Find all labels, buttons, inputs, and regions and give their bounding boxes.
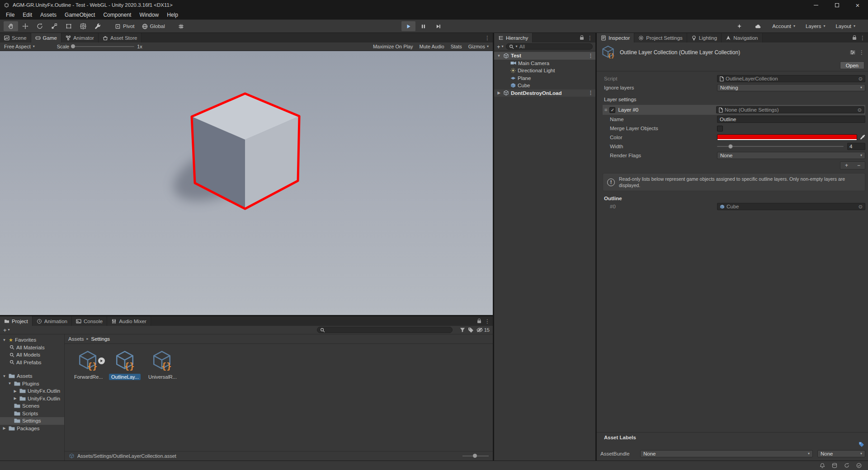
stats-toggle[interactable]: Stats xyxy=(451,44,462,49)
foldout-icon[interactable]: ▼ xyxy=(7,381,12,385)
project-create-button[interactable]: +▾ xyxy=(3,327,10,334)
assetbundle-dropdown[interactable]: None ▾ xyxy=(640,450,813,457)
refresh-icon[interactable] xyxy=(844,463,849,468)
tab-animation[interactable]: Animation xyxy=(33,316,72,326)
labels-edit-icon[interactable] xyxy=(859,442,864,447)
custom-tool-button[interactable] xyxy=(90,21,105,31)
layer0-settings-field[interactable]: None (Outline Settings) ⊙ xyxy=(716,106,864,113)
grid-snap-button[interactable] xyxy=(174,21,189,31)
move-tool-button[interactable] xyxy=(18,21,33,31)
tree-item-favorites[interactable]: ▼ ★ Favorites xyxy=(0,336,64,344)
tree-item-all-prefabs[interactable]: All Prefabs xyxy=(0,359,64,367)
tree-item-unityfx-outline-1[interactable]: ▶ UnityFx.Outlin xyxy=(0,387,64,395)
global-toggle[interactable]: Global xyxy=(138,21,169,31)
tab-project-settings[interactable]: Project Settings xyxy=(634,33,687,42)
tree-item-all-materials[interactable]: All Materials xyxy=(0,344,64,352)
rect-tool-button[interactable] xyxy=(61,21,76,31)
remove-layer-button[interactable]: − xyxy=(853,162,865,169)
aspect-dropdown[interactable]: Free Aspect ▾ xyxy=(0,42,39,51)
menu-item-window[interactable]: Window xyxy=(135,10,163,19)
hierarchy-menu-dots-icon[interactable]: ⋮ xyxy=(587,35,593,41)
tab-navigation[interactable]: Navigation xyxy=(722,33,762,42)
tab-lighting[interactable]: Lighting xyxy=(687,33,722,42)
eyedropper-icon[interactable] xyxy=(860,135,865,140)
hierarchy-search-input[interactable]: ▾ All xyxy=(506,43,593,50)
maximize-on-play-toggle[interactable]: Maximize On Play xyxy=(373,44,413,49)
menu-item-help[interactable]: Help xyxy=(163,10,182,19)
search-options-icon[interactable]: ▾ xyxy=(516,45,518,48)
ignore-layers-dropdown[interactable]: Nothing ▾ xyxy=(717,84,865,91)
tree-item-plugins[interactable]: ▼ Plugins xyxy=(0,380,64,388)
hierarchy-create-button[interactable]: +▾ xyxy=(497,43,504,50)
breadcrumb-root[interactable]: Assets xyxy=(68,336,84,342)
pivot-toggle[interactable]: Pivot xyxy=(111,21,138,31)
tree-item-assets[interactable]: ▼ Assets xyxy=(0,372,64,380)
menu-item-file[interactable]: File xyxy=(2,10,19,19)
foldout-icon[interactable]: ▶ xyxy=(2,426,7,430)
gizmos-dropdown[interactable]: Gizmos▾ xyxy=(468,44,489,49)
cloud-collab-button[interactable] xyxy=(750,21,765,31)
layer0-header[interactable]: = ✓ Layer #0 None (Outline Settings) ⊙ xyxy=(603,105,865,115)
menu-item-edit[interactable]: Edit xyxy=(19,10,36,19)
hand-tool-button[interactable] xyxy=(4,21,18,31)
add-layer-button[interactable]: + xyxy=(840,162,853,169)
minimize-button[interactable] xyxy=(806,0,826,10)
object-picker-icon[interactable]: ⊙ xyxy=(858,108,862,113)
rotate-tool-button[interactable] xyxy=(33,21,47,31)
account-dropdown[interactable]: Account▾ xyxy=(769,21,798,31)
merge-checkbox[interactable] xyxy=(717,126,723,132)
scale-slider-thumb[interactable] xyxy=(71,44,75,48)
activity-button[interactable] xyxy=(732,21,746,31)
hidden-packages-toggle[interactable]: 15 xyxy=(476,327,490,333)
tree-item-unityfx-outline-2[interactable]: ▶ UnityFx.Outlin xyxy=(0,395,64,403)
color-field[interactable] xyxy=(717,134,857,141)
layers-dropdown[interactable]: Layers▾ xyxy=(802,21,829,31)
game-menu-dots-icon[interactable]: ⋮ xyxy=(485,35,490,41)
tab-audio-mixer[interactable]: Audio Mixer xyxy=(107,316,151,326)
breadcrumb-current[interactable]: Settings xyxy=(91,336,110,342)
foldout-icon[interactable]: ▼ xyxy=(2,374,7,378)
assetbundle-variant-dropdown[interactable]: None ▾ xyxy=(817,450,865,457)
scale-tool-button[interactable] xyxy=(47,21,61,31)
pause-button[interactable] xyxy=(416,21,430,31)
tree-item-all-models[interactable]: All Models xyxy=(0,351,64,359)
tree-item-scripts[interactable]: Scripts xyxy=(0,410,64,418)
scene-menu-dots-icon[interactable]: ⋮ xyxy=(588,53,593,58)
lock-icon[interactable] xyxy=(477,320,481,323)
foldout-icon[interactable]: ▼ xyxy=(2,338,7,342)
open-button[interactable]: Open xyxy=(840,61,864,69)
tree-item-settings[interactable]: Settings xyxy=(0,417,64,425)
expand-badge[interactable] xyxy=(98,357,105,364)
inspector-menu-dots-icon[interactable]: ⋮ xyxy=(860,35,865,41)
layer0-enabled-checkbox[interactable]: ✓ xyxy=(609,107,615,113)
tab-console[interactable]: Console xyxy=(72,316,107,326)
tab-scene[interactable]: Scene xyxy=(0,33,31,42)
outline-row-field[interactable]: Cube ⊙ xyxy=(717,203,865,210)
progress-status-icon[interactable] xyxy=(856,463,862,468)
cache-server-icon[interactable] xyxy=(832,463,837,468)
layout-dropdown[interactable]: Layout▾ xyxy=(832,21,864,31)
foldout-icon[interactable]: ▶ xyxy=(13,396,18,400)
hierarchy-item-plane[interactable]: Plane xyxy=(494,75,595,82)
transform-tool-button[interactable] xyxy=(76,21,90,31)
object-picker-icon[interactable]: ⊙ xyxy=(859,76,863,81)
icon-size-slider-thumb[interactable] xyxy=(473,454,477,458)
play-button[interactable] xyxy=(401,21,415,31)
hierarchy-item-dontdestroyonload[interactable]: ▶ DontDestroyOnLoad ⋮ xyxy=(494,89,595,97)
tree-item-packages[interactable]: ▶ Packages xyxy=(0,425,64,432)
menu-item-gameobject[interactable]: GameObject xyxy=(61,10,99,19)
menu-item-component[interactable]: Component xyxy=(99,10,135,19)
render-flags-dropdown[interactable]: None ▾ xyxy=(717,152,865,159)
tab-project[interactable]: Project xyxy=(0,316,33,326)
project-search-input[interactable] xyxy=(317,327,453,333)
close-button[interactable]: × xyxy=(847,0,868,10)
asset-item-universal-renderer[interactable]: {} UniversalR... xyxy=(146,349,178,380)
header-menu-dots-icon[interactable]: ⋮ xyxy=(859,50,864,55)
step-button[interactable] xyxy=(431,21,445,31)
label-filter-icon[interactable] xyxy=(468,327,474,333)
hierarchy-item-cube[interactable]: Cube xyxy=(494,82,595,89)
game-viewport[interactable] xyxy=(0,51,493,315)
scale-slider[interactable] xyxy=(71,46,134,47)
asset-item-forward-renderer[interactable]: {} ForwardRe... xyxy=(72,349,104,380)
foldout-icon[interactable]: ▶ xyxy=(496,91,501,95)
